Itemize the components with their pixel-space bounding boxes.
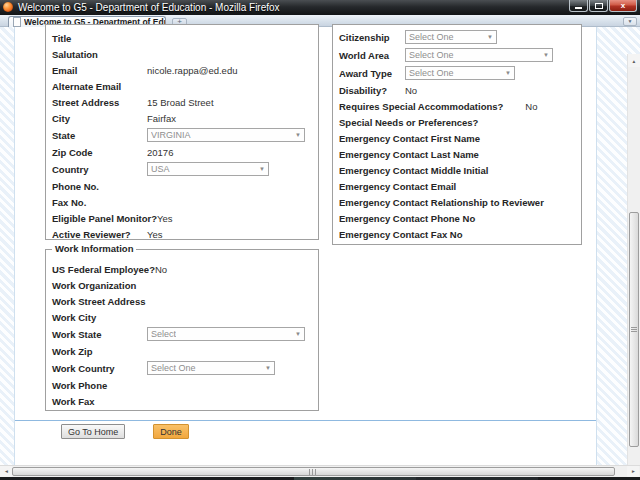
selected-option: USA [151,164,170,174]
field-label: Emergency Contact Relationship to Review… [339,197,544,208]
field-value: Yes [157,213,173,224]
form-row: Emergency Contact Middle Initial [333,162,581,178]
field-value: No [405,85,417,96]
scroll-up-icon: ▲ [632,58,637,63]
field-label: Emergency Contact Phone No [339,213,475,224]
field-label: Work Phone [52,380,147,391]
scroll-up-button[interactable]: ▲ [628,54,640,67]
close-button[interactable]: x [609,0,637,12]
field-label: Special Needs or Preferences? [339,117,478,128]
scrollbar-grip-icon [631,327,637,332]
form-row: Work Phone [46,377,318,393]
reviewer-info-section: CitizenshipSelect One▼World AreaSelect O… [332,24,582,245]
page-icon [13,17,21,27]
maximize-icon [595,3,603,9]
done-button[interactable]: Done [153,424,189,439]
horizontal-scrollbar-thumb[interactable] [12,467,615,476]
title-bar: Welcome to G5 - Department of Education … [0,0,640,15]
scroll-right-button[interactable]: ► [627,466,639,477]
field-label: World Area [339,50,405,61]
form-row: World AreaSelect One▼ [333,46,581,64]
field-value: No [155,264,167,275]
field-label: Award Type [339,68,405,79]
form-row: Salutation [46,46,318,62]
field-label: Work Zip [52,346,147,357]
selected-option: Select One [409,32,454,42]
form-row: Emergency Contact Phone No [333,210,581,226]
window-controls: x [568,0,637,12]
horizontal-scrollbar[interactable]: ◄ ► [0,465,640,477]
go-to-home-button[interactable]: Go To Home [61,424,125,439]
page-content: TitleSalutationEmailnicole.rappa@ed.eduA… [14,27,597,465]
field-value: 15 Broad Street [147,97,214,108]
action-buttons: Go To Home Done [61,424,189,439]
form-row: Alternate Email [46,78,318,94]
work-country-select[interactable]: Select One▼ [147,361,275,375]
selected-option: Select One [151,363,196,373]
field-label: Citizenship [339,32,405,43]
form-row: Eligible Panel Monitor?Yes [46,210,318,226]
field-label: Street Address [52,97,147,108]
country-select[interactable]: USA▼ [147,162,269,176]
dropdown-arrow-icon: ▼ [295,331,301,337]
vertical-scrollbar-thumb[interactable] [629,212,639,447]
dropdown-arrow-icon: ▼ [259,166,265,172]
form-row: Street Address15 Broad Street [46,94,318,110]
form-row: Emailnicole.rappa@ed.edu [46,62,318,78]
window-title: Welcome to G5 - Department of Education … [18,0,280,15]
work-information-legend: Work Information [52,244,136,254]
form-row: Work Zip [46,343,318,359]
form-row: CitizenshipSelect One▼ [333,28,581,46]
scroll-left-icon: ◄ [4,469,9,474]
form-row: Emergency Contact Fax No [333,226,581,242]
field-label: Requires Special Accommodations? [339,101,503,112]
field-label: Emergency Contact Middle Initial [339,165,488,176]
field-label: Disability? [339,85,405,96]
field-value: nicole.rappa@ed.edu [147,65,237,76]
personal-info-section: TitleSalutationEmailnicole.rappa@ed.eduA… [45,24,319,240]
form-row: Emergency Contact First Name [333,130,581,146]
dropdown-arrow-icon: ▼ [487,34,493,40]
form-row: CityFairfax [46,110,318,126]
field-label: US Federal Employee? [52,264,155,275]
field-label: Title [52,33,147,44]
form-row: Emergency Contact Email [333,178,581,194]
field-label: Emergency Contact First Name [339,133,480,144]
field-label: Work Country [52,363,147,374]
minimize-button[interactable] [569,0,588,12]
field-label: Country [52,164,147,175]
state-select[interactable]: VIRGINIA▼ [147,128,305,142]
field-label: Email [52,65,147,76]
selected-option: Select One [409,68,454,78]
form-row: Title [46,30,318,46]
firefox-icon[interactable] [3,2,13,12]
field-label: City [52,113,147,124]
form-row: Active Reviewer?Yes [46,226,318,242]
field-label: Phone No. [52,181,147,192]
form-row: Emergency Contact Last Name [333,146,581,162]
form-row: Disability?No [333,82,581,98]
selected-option: VIRGINIA [151,130,191,140]
field-value: No [525,101,537,112]
scrollbar-grip-icon [309,469,318,475]
citizenship-select[interactable]: Select One▼ [405,30,497,44]
scroll-left-button[interactable]: ◄ [0,466,12,477]
field-label: Work Street Address [52,296,147,307]
screen: { "window": { "title": "Welcome to G5 - … [0,0,640,480]
world-area-select[interactable]: Select One▼ [405,48,553,62]
tab-list-button[interactable]: ▼ [623,17,637,26]
form-row: Emergency Contact Relationship to Review… [333,194,581,210]
field-label: State [52,130,147,141]
maximize-button[interactable] [589,0,608,12]
field-label: Work City [52,312,147,323]
page-viewport: TitleSalutationEmailnicole.rappa@ed.eduA… [0,27,640,465]
dropdown-arrow-icon: ▼ [543,52,549,58]
selected-option: Select One [409,50,454,60]
award-type-select[interactable]: Select One▼ [405,66,515,80]
vertical-scrollbar[interactable]: ▲ ▼ [627,54,640,480]
field-label: Alternate Email [52,81,147,92]
field-label: Work Organization [52,280,147,291]
work-state-select[interactable]: Select▼ [147,327,305,341]
field-label: Salutation [52,49,147,60]
field-value: 20176 [147,147,173,158]
